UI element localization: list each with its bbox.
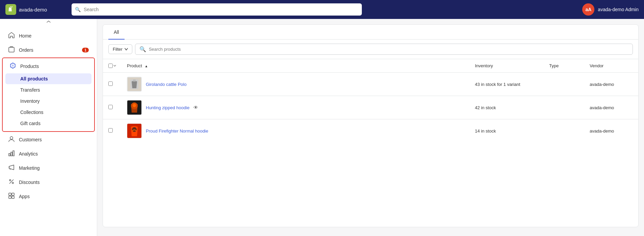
row-2-product-cell: Hunting zipped hoodie 👁 xyxy=(122,96,469,119)
sort-icon[interactable]: ▲ xyxy=(144,64,148,68)
content-area: All Filter 🔍 xyxy=(97,19,644,236)
svg-rect-3 xyxy=(9,154,10,156)
avatar[interactable]: aA xyxy=(582,3,594,16)
user-name: avada-demo Admin xyxy=(598,7,639,12)
discounts-icon xyxy=(8,179,15,186)
sidebar-subitem-all-products[interactable]: All products xyxy=(5,73,91,84)
orders-badge: 1 xyxy=(82,48,89,52)
row-checkbox-cell xyxy=(103,96,122,119)
filter-chevron-icon xyxy=(125,48,128,51)
row-3-type-cell xyxy=(544,119,584,143)
sidebar-item-label-analytics: Analytics xyxy=(19,151,89,157)
product-2-link[interactable]: Hunting zipped hoodie xyxy=(146,105,189,110)
th-checkbox xyxy=(103,59,122,73)
sidebar-subitem-transfers[interactable]: Transfers xyxy=(5,85,91,95)
row-2-inventory-cell: 42 in stock xyxy=(469,96,544,119)
sidebar-item-orders[interactable]: Orders 1 xyxy=(3,43,94,57)
search-area: 🔍 xyxy=(72,3,362,16)
svg-point-6 xyxy=(9,180,11,181)
sidebar-item-customers[interactable]: Customers xyxy=(3,133,94,146)
home-icon xyxy=(8,32,15,39)
eye-icon: 👁 xyxy=(193,105,198,110)
row-3-checkbox[interactable] xyxy=(108,128,113,133)
table-row: Proud Firefighter Normal hoodie 14 in st… xyxy=(103,119,638,143)
sidebar-subitem-inventory[interactable]: Inventory xyxy=(5,96,91,107)
svg-rect-4 xyxy=(11,152,12,156)
product-2-image xyxy=(128,101,141,114)
orders-icon xyxy=(8,46,15,53)
filter-row: Filter 🔍 xyxy=(103,40,638,59)
table-header: Product ▲ Inventory Type Vendor xyxy=(103,59,638,73)
svg-rect-5 xyxy=(13,151,14,156)
checkbox-dropdown-icon[interactable] xyxy=(113,65,116,67)
row-1-vendor-cell: avada-demo xyxy=(584,73,638,96)
row-3-inventory-cell: 14 in stock xyxy=(469,119,544,143)
products-section: Products All products Transfers Inventor… xyxy=(2,57,95,132)
sidebar-item-analytics[interactable]: Analytics xyxy=(3,147,94,161)
svg-rect-11 xyxy=(12,196,14,198)
table-body: Girolando cattle Polo 43 in stock for 1 … xyxy=(103,73,638,143)
svg-rect-10 xyxy=(9,196,11,198)
user-area: aA avada-demo Admin xyxy=(582,3,639,16)
sidebar-item-label-customers: Customers xyxy=(19,137,89,142)
search-icon: 🔍 xyxy=(139,46,146,52)
customers-icon xyxy=(8,136,15,143)
sidebar-scroll-up[interactable] xyxy=(0,19,97,24)
marketing-icon xyxy=(8,164,15,171)
topbar: avada-demo 🔍 aA avada-demo Admin xyxy=(0,0,644,19)
sidebar-item-label-apps: Apps xyxy=(19,194,89,199)
sidebar-item-label-home: Home xyxy=(19,33,89,39)
analytics-icon xyxy=(8,150,15,157)
sidebar-item-home[interactable]: Home xyxy=(3,29,94,43)
product-1-thumb xyxy=(127,77,142,92)
product-3-thumb xyxy=(127,123,142,138)
filter-button[interactable]: Filter xyxy=(108,44,132,54)
sidebar-item-label-marketing: Marketing xyxy=(19,165,89,171)
product-1-image xyxy=(128,77,141,91)
sidebar-navigation: Home Orders 1 Products xyxy=(0,26,97,206)
svg-point-17 xyxy=(133,104,136,107)
sidebar-item-apps[interactable]: Apps xyxy=(3,189,94,203)
sidebar-subitem-collections[interactable]: Collections xyxy=(5,107,91,118)
row-1-product-cell: Girolando cattle Polo xyxy=(122,73,469,96)
row-1-type-cell xyxy=(544,73,584,96)
products-table: Product ▲ Inventory Type Vendor xyxy=(103,59,638,142)
sidebar-item-label-discounts: Discounts xyxy=(19,180,89,185)
shopify-logo-icon xyxy=(5,4,16,15)
product-1-link[interactable]: Girolando cattle Polo xyxy=(146,82,187,87)
product-3-image xyxy=(128,124,141,138)
svg-rect-1 xyxy=(9,47,14,52)
table-row: Girolando cattle Polo 43 in stock for 1 … xyxy=(103,73,638,96)
sidebar-item-label-products: Products xyxy=(20,64,87,69)
search-icon-top: 🔍 xyxy=(75,7,81,12)
product-3-link[interactable]: Proud Firefighter Normal hoodie xyxy=(146,128,208,134)
th-type: Type xyxy=(544,59,584,73)
row-1-inventory-cell: 43 in stock for 1 variant xyxy=(469,73,544,96)
svg-rect-8 xyxy=(9,193,11,195)
brand-name: avada-demo xyxy=(19,7,47,13)
sidebar-subitem-gift-cards[interactable]: Gift cards xyxy=(5,118,91,129)
brand: avada-demo xyxy=(5,4,66,15)
products-panel: All Filter 🔍 xyxy=(103,24,639,227)
scroll-up-icon xyxy=(47,20,51,23)
row-3-product-cell: Proud Firefighter Normal hoodie xyxy=(122,119,469,143)
main-layout: Home Orders 1 Products xyxy=(0,19,644,236)
svg-point-7 xyxy=(12,182,14,184)
tab-all[interactable]: All xyxy=(108,25,125,40)
select-all-checkbox[interactable] xyxy=(108,64,113,68)
th-product: Product ▲ xyxy=(122,59,469,73)
sidebar: Home Orders 1 Products xyxy=(0,19,97,236)
sidebar-item-label-orders: Orders xyxy=(19,47,78,53)
table-row: Hunting zipped hoodie 👁 42 in stock avad… xyxy=(103,96,638,119)
global-search-input[interactable] xyxy=(72,3,362,16)
sidebar-item-products[interactable]: Products xyxy=(4,59,93,73)
sidebar-item-marketing[interactable]: Marketing xyxy=(3,161,94,175)
product-2-thumb xyxy=(127,100,142,115)
products-icon xyxy=(9,63,16,70)
tabs-bar: All xyxy=(103,25,638,40)
row-2-checkbox[interactable] xyxy=(108,105,113,109)
sidebar-item-discounts[interactable]: Discounts xyxy=(3,175,94,189)
th-vendor: Vendor xyxy=(584,59,638,73)
row-1-checkbox[interactable] xyxy=(108,81,113,86)
product-search-input[interactable] xyxy=(149,47,628,52)
